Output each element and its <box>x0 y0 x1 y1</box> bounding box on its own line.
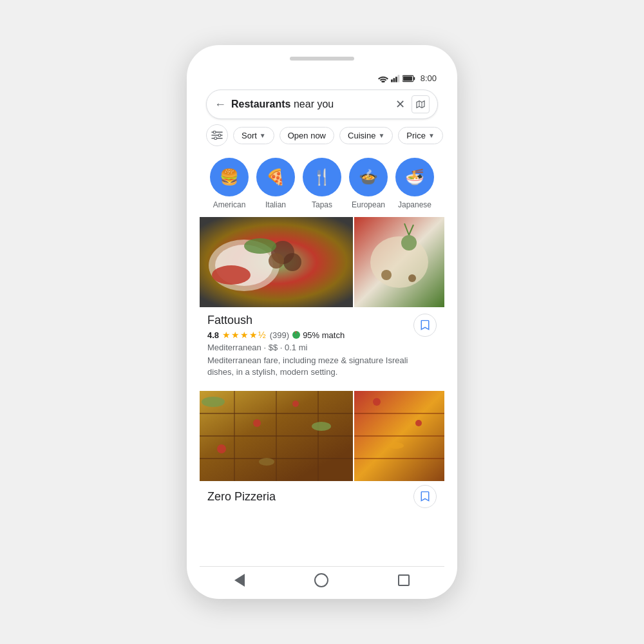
japanese-label: Japanese <box>398 200 431 209</box>
price-chip-arrow: ▼ <box>428 132 435 139</box>
svg-point-35 <box>202 397 225 407</box>
sort-chip-label: Sort <box>242 131 257 140</box>
svg-rect-1 <box>393 78 395 82</box>
svg-rect-0 <box>391 79 393 82</box>
category-american[interactable]: 🍔 American <box>210 158 249 209</box>
fattoush-info: Fattoush 4.8 ★★★★½ (399) 95% match Medit… <box>200 307 444 381</box>
category-japanese[interactable]: 🍜 Japanese <box>395 158 434 209</box>
back-triangle-icon <box>234 574 245 587</box>
category-tapas[interactable]: 🍴 Tapas <box>303 158 341 209</box>
svg-point-23 <box>401 235 417 251</box>
nav-back-button[interactable] <box>234 574 245 587</box>
svg-rect-5 <box>413 77 415 80</box>
search-query-bold: Restaurants <box>231 99 290 109</box>
svg-point-40 <box>259 458 274 466</box>
svg-point-19 <box>212 265 251 285</box>
signal-icon <box>391 75 400 82</box>
italian-label: Italian <box>265 200 286 209</box>
match-dot-icon <box>292 331 300 339</box>
wifi-icon <box>378 75 388 82</box>
status-time: 8:00 <box>421 73 437 83</box>
american-icon: 🍔 <box>210 158 249 196</box>
phone-frame: 8:00 ← Restaurants near you ✕ <box>187 45 457 599</box>
cuisine-chip[interactable]: Cuisine ▼ <box>339 127 393 144</box>
fattoush-description: Mediterranean fare, including meze & sig… <box>207 355 437 378</box>
home-circle-icon <box>314 573 328 587</box>
nav-home-button[interactable] <box>314 573 328 587</box>
pizza-side-image <box>354 391 444 481</box>
svg-point-27 <box>408 274 416 282</box>
svg-point-12 <box>214 137 217 140</box>
svg-rect-6 <box>403 76 412 80</box>
svg-point-39 <box>217 444 226 453</box>
status-icons: 8:00 <box>378 73 437 83</box>
fattoush-match: 95% match <box>292 330 345 340</box>
svg-point-37 <box>292 401 299 407</box>
fattoush-name: Fattoush <box>207 314 437 327</box>
tapas-icon: 🍴 <box>303 158 341 196</box>
svg-point-17 <box>283 253 301 271</box>
fattoush-save-button[interactable] <box>413 314 437 337</box>
fattoush-side-image <box>354 217 444 307</box>
open-now-chip-label: Open now <box>288 131 326 140</box>
battery-icon <box>402 75 415 82</box>
fattoush-images <box>200 217 444 307</box>
map-view-button[interactable] <box>412 95 430 113</box>
svg-rect-2 <box>395 77 397 82</box>
svg-point-26 <box>381 270 392 280</box>
restaurant-card-fattoush[interactable]: Fattoush 4.8 ★★★★½ (399) 95% match Medit… <box>200 217 444 386</box>
search-actions: ✕ <box>395 95 430 113</box>
pizza-main-image <box>200 391 353 481</box>
back-arrow-icon[interactable]: ← <box>214 98 226 111</box>
filter-row: Sort ▼ Open now Cuisine ▼ Price ▼ <box>200 124 444 153</box>
category-italian[interactable]: 🍕 Italian <box>256 158 295 209</box>
fattoush-stars: ★★★★½ <box>222 330 267 340</box>
search-bar[interactable]: ← Restaurants near you ✕ <box>206 90 438 119</box>
european-label: European <box>352 200 385 209</box>
svg-point-46 <box>415 420 422 426</box>
category-row: 🍔 American 🍕 Italian 🍴 Tapas 🍲 European … <box>200 153 444 217</box>
japanese-icon: 🍜 <box>395 158 434 196</box>
european-icon: 🍲 <box>349 158 388 196</box>
match-text: 95% match <box>303 330 345 340</box>
status-bar: 8:00 <box>200 70 444 86</box>
fattoush-rating-num: 4.8 <box>207 330 219 340</box>
italian-icon: 🍕 <box>256 158 295 196</box>
clear-search-button[interactable]: ✕ <box>395 97 405 111</box>
svg-point-47 <box>388 442 404 449</box>
fattoush-main-image <box>200 217 353 307</box>
content-spacer <box>200 511 444 566</box>
pizzeria-save-button[interactable] <box>413 485 437 508</box>
fattoush-meta: Mediterranean · $$ · 0.1 mi <box>207 343 437 352</box>
nav-recents-button[interactable] <box>398 574 410 586</box>
tapas-label: Tapas <box>312 200 332 209</box>
pizzeria-name: Zero Pizzeria <box>207 490 276 504</box>
svg-point-20 <box>244 238 276 254</box>
fattoush-rating-count: (399) <box>270 330 289 340</box>
svg-point-11 <box>218 134 221 137</box>
recents-square-icon <box>398 574 410 586</box>
fattoush-rating: 4.8 ★★★★½ (399) 95% match <box>207 330 437 340</box>
svg-point-22 <box>370 236 428 288</box>
sort-chip-arrow: ▼ <box>260 132 266 139</box>
search-query-rest: near you <box>290 99 334 109</box>
svg-point-18 <box>269 253 284 269</box>
svg-point-10 <box>213 131 216 133</box>
restaurant-card-zero-pizzeria[interactable]: Zero Pizzeria <box>200 391 444 511</box>
phone-notch <box>290 57 354 61</box>
svg-point-45 <box>373 398 381 406</box>
svg-rect-3 <box>397 75 399 82</box>
category-european[interactable]: 🍲 European <box>349 158 388 209</box>
sort-chip[interactable]: Sort ▼ <box>233 127 274 144</box>
filter-settings-button[interactable] <box>206 124 228 146</box>
svg-point-36 <box>253 419 261 427</box>
price-chip-label: Price <box>406 131 426 140</box>
open-now-chip[interactable]: Open now <box>279 127 334 144</box>
search-query: Restaurants near you <box>231 99 390 110</box>
price-chip[interactable]: Price ▼ <box>398 127 443 144</box>
bottom-navigation <box>200 566 444 592</box>
american-label: American <box>213 200 246 209</box>
cuisine-chip-arrow: ▼ <box>378 132 384 139</box>
svg-point-38 <box>312 422 331 431</box>
phone-screen: 8:00 ← Restaurants near you ✕ <box>200 70 444 592</box>
